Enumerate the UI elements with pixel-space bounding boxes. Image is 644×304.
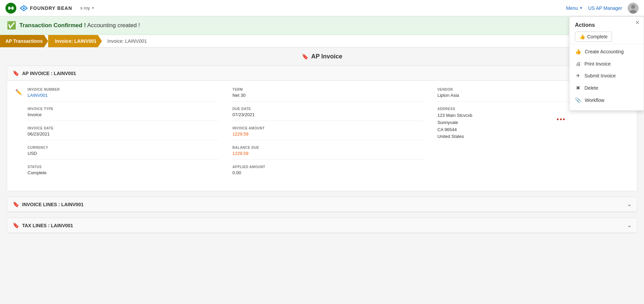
applied-amount-value: 0.00 [232, 170, 424, 175]
user-name: s roy [80, 5, 90, 11]
svg-point-5 [631, 5, 635, 9]
tax-lines-card: 🔖 TAX LINES : LAINV001 ⌄ [7, 218, 637, 233]
invoice-amount-value: 1229.59 [232, 131, 424, 137]
submit-invoice-label: Submit Invoice [584, 73, 616, 78]
form-column-1: INVOICE NUMBER LAINV001 INVOICE TYPE Inv… [28, 88, 219, 184]
xbox-icon [5, 3, 16, 14]
status-row: STATUS Complete [28, 165, 219, 179]
invoice-number-row: INVOICE NUMBER LAINV001 [28, 88, 219, 102]
edit-icon[interactable]: ✏️ [15, 89, 22, 95]
address-value: 123 Main Stcvcxb Sunnyvale CA 96544 Unit… [437, 112, 629, 140]
logo-area: FOUNDRY BEAN [5, 3, 72, 14]
tax-lines-chevron-icon[interactable]: ⌄ [627, 222, 631, 228]
breadcrumb-current: Invoice: LAINV001 [102, 35, 152, 47]
success-icon: ✅ [7, 21, 16, 30]
user-dropdown-icon[interactable]: ▼ [91, 6, 95, 10]
nav-right: Menu ▼ US AP Manager [566, 3, 639, 14]
header-bookmark-icon: 🔖 [13, 70, 19, 76]
complete-button[interactable]: 👍 Complete [575, 32, 612, 42]
print-invoice-label: Print Invoice [584, 61, 611, 67]
delete-label: Delete [584, 85, 598, 91]
balance-due-row: BALANCE DUE 1229.59 [232, 146, 424, 160]
term-row: TERM Net 30 [232, 88, 424, 102]
menu-link[interactable]: Menu ▼ [566, 5, 583, 11]
balance-due-value: 1229.59 [232, 151, 424, 156]
invoice-date-row: INVOICE DATE 06/23/2021 [28, 126, 219, 140]
user-avatar [628, 3, 639, 14]
invoice-date-value: 06/23/2021 [28, 131, 219, 137]
applied-amount-row: APPLIED AMOUNT 0.00 [232, 165, 424, 179]
currency-value: USD [28, 151, 219, 156]
actions-panel: Actions ✕ 👍 Complete 👍 Create Accounting… [569, 16, 644, 111]
create-accounting-icon: 👍 [575, 49, 581, 55]
invoice-amount-row: INVOICE AMOUNT 1229.59 [232, 126, 424, 140]
invoice-type-value: Invoice [28, 112, 219, 117]
term-value: Net 30 [232, 93, 424, 98]
tax-lines-card-header[interactable]: 🔖 TAX LINES : LAINV001 ⌄ [7, 218, 637, 233]
actions-panel-title: Actions [569, 21, 644, 32]
workflow-item[interactable]: 📎 Workflow [569, 94, 644, 106]
create-accounting-item[interactable]: 👍 Create Accounting [569, 46, 644, 58]
due-date-value: 07/23/2021 [232, 112, 424, 117]
invoice-lines-card-header[interactable]: 🔖 INVOICE LINES : LAINV001 ⌄ [7, 197, 637, 212]
form-column-2: TERM Net 30 DUE DATE 07/23/2021 INVOICE … [232, 88, 424, 184]
breadcrumb-invoice[interactable]: Invoice: LAINV001 [48, 35, 102, 47]
ap-invoice-card: 🔖 AP INVOICE : LAINV001 ✏️ INVOICE NUMBE… [7, 66, 637, 191]
currency-row: CURRENCY USD [28, 146, 219, 160]
invoice-lines-chevron-icon[interactable]: ⌄ [627, 201, 631, 207]
top-nav: FOUNDRY BEAN s roy ▼ Menu ▼ US AP Manage… [0, 0, 644, 16]
workflow-label: Workflow [585, 97, 604, 103]
user-section[interactable]: s roy ▼ [80, 5, 95, 11]
success-text: Transaction Confirmed ! Accounting creat… [19, 22, 140, 29]
ap-invoice-card-header: 🔖 AP INVOICE : LAINV001 [7, 66, 637, 81]
print-icon: 🖨 [575, 61, 581, 67]
complete-thumb-icon: 👍 [579, 34, 585, 39]
due-date-row: DUE DATE 07/23/2021 [232, 107, 424, 121]
delete-item[interactable]: ✖ Delete [569, 82, 644, 94]
main-content: 🔖 AP Invoice 🔖 AP INVOICE : LAINV001 ✏️ … [0, 48, 644, 304]
create-accounting-label: Create Accounting [585, 49, 624, 54]
breadcrumb-row: AP Transactions Invoice: LAINV001 Invoic… [0, 35, 644, 48]
invoice-type-row: INVOICE TYPE Invoice [28, 107, 219, 121]
invoice-number-value[interactable]: LAINV001 [28, 93, 219, 98]
tax-lines-bookmark-icon: 🔖 [13, 222, 19, 229]
delete-icon: ✖ [575, 85, 581, 91]
success-banner: ✅ Transaction Confirmed ! Accounting cre… [0, 16, 644, 35]
invoice-lines-card: 🔖 INVOICE LINES : LAINV001 ⌄ [7, 197, 637, 212]
status-value: Complete [28, 170, 219, 175]
submit-invoice-item[interactable]: ✈ Submit Invoice [569, 70, 644, 82]
page-title: 🔖 AP Invoice [7, 53, 637, 60]
foundry-icon [19, 4, 29, 12]
address-row: ADDRESS 123 Main Stcvcxb Sunnyvale CA 96… [437, 107, 629, 144]
brand-name: FOUNDRY BEAN [30, 5, 72, 11]
ap-invoice-card-body: ✏️ INVOICE NUMBER LAINV001 INVOICE TYPE … [7, 81, 637, 191]
bookmark-icon: 🔖 [302, 53, 309, 60]
invoice-lines-bookmark-icon: 🔖 [13, 201, 19, 208]
workflow-icon: 📎 [575, 97, 581, 103]
actions-close-button[interactable]: ✕ [635, 19, 640, 26]
more-options-icon[interactable]: ••• [557, 115, 566, 123]
breadcrumb-ap-transactions[interactable]: AP Transactions [0, 35, 48, 47]
manager-link[interactable]: US AP Manager [588, 5, 622, 11]
print-invoice-item[interactable]: 🖨 Print Invoice [569, 58, 644, 70]
submit-icon: ✈ [575, 73, 581, 79]
